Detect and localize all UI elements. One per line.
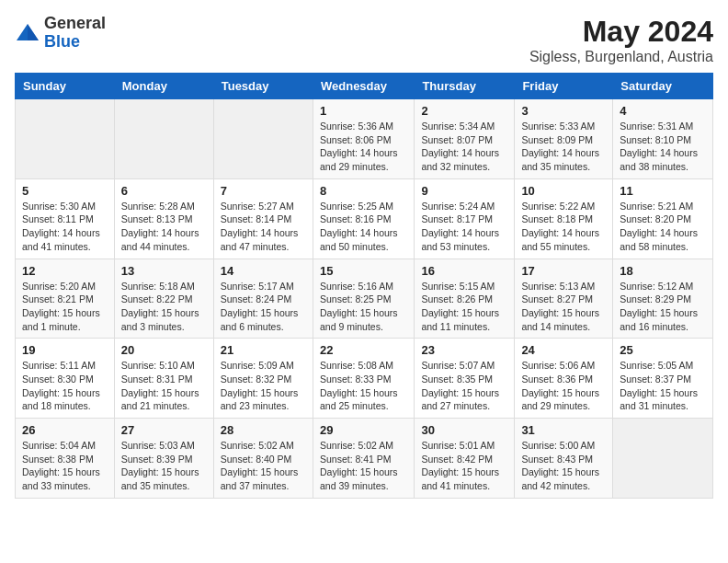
page-header: General Blue May 2024 Sigless, Burgenlan…: [15, 15, 713, 65]
day-cell: 12Sunrise: 5:20 AMSunset: 8:21 PMDayligh…: [16, 259, 115, 339]
day-detail: Sunrise: 5:13 AMSunset: 8:27 PMDaylight:…: [521, 280, 606, 334]
day-number: 30: [421, 423, 507, 437]
day-number: 6: [121, 184, 207, 198]
day-detail: Sunrise: 5:17 AMSunset: 8:24 PMDaylight:…: [221, 280, 306, 334]
day-cell: 14Sunrise: 5:17 AMSunset: 8:24 PMDayligh…: [213, 259, 313, 339]
day-detail: Sunrise: 5:02 AMSunset: 8:41 PMDaylight:…: [320, 439, 407, 493]
logo-general: General: [44, 14, 106, 32]
day-detail: Sunrise: 5:22 AMSunset: 8:18 PMDaylight:…: [521, 200, 606, 254]
day-cell: 16Sunrise: 5:15 AMSunset: 8:26 PMDayligh…: [415, 259, 515, 339]
day-number: 28: [221, 423, 306, 437]
day-cell: [213, 99, 313, 179]
day-cell: 5Sunrise: 5:30 AMSunset: 8:11 PMDaylight…: [16, 178, 115, 259]
day-number: 8: [320, 184, 407, 198]
day-number: 7: [221, 184, 306, 198]
week-row-1: 5Sunrise: 5:30 AMSunset: 8:11 PMDaylight…: [16, 178, 713, 259]
weekday-header-thursday: Thursday: [415, 74, 515, 99]
day-detail: Sunrise: 5:15 AMSunset: 8:26 PMDaylight:…: [421, 280, 507, 334]
day-cell: [114, 99, 213, 179]
day-cell: 4Sunrise: 5:31 AMSunset: 8:10 PMDaylight…: [613, 99, 713, 179]
day-detail: Sunrise: 5:31 AMSunset: 8:10 PMDaylight:…: [620, 120, 706, 174]
day-detail: Sunrise: 5:11 AMSunset: 8:30 PMDaylight:…: [22, 359, 108, 413]
day-detail: Sunrise: 5:01 AMSunset: 8:42 PMDaylight:…: [421, 439, 507, 493]
day-detail: Sunrise: 5:27 AMSunset: 8:14 PMDaylight:…: [221, 200, 306, 254]
day-cell: 3Sunrise: 5:33 AMSunset: 8:09 PMDaylight…: [515, 99, 613, 179]
day-number: 18: [620, 264, 706, 278]
day-number: 27: [121, 423, 207, 437]
day-number: 19: [22, 343, 108, 357]
day-cell: 10Sunrise: 5:22 AMSunset: 8:18 PMDayligh…: [515, 178, 613, 259]
day-cell: [16, 99, 115, 179]
week-row-3: 19Sunrise: 5:11 AMSunset: 8:30 PMDayligh…: [16, 339, 713, 419]
weekday-header-tuesday: Tuesday: [213, 74, 313, 99]
day-cell: 15Sunrise: 5:16 AMSunset: 8:25 PMDayligh…: [313, 259, 414, 339]
day-detail: Sunrise: 5:06 AMSunset: 8:36 PMDaylight:…: [521, 359, 606, 413]
day-detail: Sunrise: 5:05 AMSunset: 8:37 PMDaylight:…: [620, 359, 706, 413]
day-cell: 13Sunrise: 5:18 AMSunset: 8:22 PMDayligh…: [114, 259, 213, 339]
day-cell: [613, 419, 713, 499]
week-row-4: 26Sunrise: 5:04 AMSunset: 8:38 PMDayligh…: [16, 419, 713, 499]
day-detail: Sunrise: 5:00 AMSunset: 8:43 PMDaylight:…: [521, 439, 606, 493]
day-number: 31: [521, 423, 606, 437]
day-number: 17: [521, 264, 606, 278]
day-cell: 22Sunrise: 5:08 AMSunset: 8:33 PMDayligh…: [313, 339, 414, 419]
day-cell: 29Sunrise: 5:02 AMSunset: 8:41 PMDayligh…: [313, 419, 414, 499]
day-detail: Sunrise: 5:33 AMSunset: 8:09 PMDaylight:…: [521, 120, 606, 174]
day-number: 22: [320, 343, 407, 357]
day-detail: Sunrise: 5:30 AMSunset: 8:11 PMDaylight:…: [22, 200, 108, 254]
week-row-2: 12Sunrise: 5:20 AMSunset: 8:21 PMDayligh…: [16, 259, 713, 339]
day-number: 29: [320, 423, 407, 437]
day-detail: Sunrise: 5:16 AMSunset: 8:25 PMDaylight:…: [320, 280, 407, 334]
day-cell: 27Sunrise: 5:03 AMSunset: 8:39 PMDayligh…: [114, 419, 213, 499]
day-number: 23: [421, 343, 507, 357]
day-detail: Sunrise: 5:08 AMSunset: 8:33 PMDaylight:…: [320, 359, 407, 413]
weekday-header-wednesday: Wednesday: [313, 74, 414, 99]
weekday-header-friday: Friday: [515, 74, 613, 99]
day-number: 2: [421, 104, 507, 118]
day-cell: 7Sunrise: 5:27 AMSunset: 8:14 PMDaylight…: [213, 178, 313, 259]
weekday-header-saturday: Saturday: [613, 74, 713, 99]
day-cell: 18Sunrise: 5:12 AMSunset: 8:29 PMDayligh…: [613, 259, 713, 339]
day-cell: 26Sunrise: 5:04 AMSunset: 8:38 PMDayligh…: [16, 419, 115, 499]
svg-marker-1: [28, 24, 39, 40]
day-cell: 19Sunrise: 5:11 AMSunset: 8:30 PMDayligh…: [16, 339, 115, 419]
day-number: 13: [121, 264, 207, 278]
day-detail: Sunrise: 5:03 AMSunset: 8:39 PMDaylight:…: [121, 439, 207, 493]
day-detail: Sunrise: 5:28 AMSunset: 8:13 PMDaylight:…: [121, 200, 207, 254]
weekday-header-row: SundayMondayTuesdayWednesdayThursdayFrid…: [16, 74, 713, 99]
day-cell: 24Sunrise: 5:06 AMSunset: 8:36 PMDayligh…: [515, 339, 613, 419]
day-cell: 1Sunrise: 5:36 AMSunset: 8:06 PMDaylight…: [313, 99, 414, 179]
day-cell: 9Sunrise: 5:24 AMSunset: 8:17 PMDaylight…: [415, 178, 515, 259]
day-cell: 11Sunrise: 5:21 AMSunset: 8:20 PMDayligh…: [613, 178, 713, 259]
month-year: May 2024: [529, 15, 713, 49]
day-cell: 23Sunrise: 5:07 AMSunset: 8:35 PMDayligh…: [415, 339, 515, 419]
day-number: 15: [320, 264, 407, 278]
day-number: 4: [620, 104, 706, 118]
title-block: May 2024 Sigless, Burgenland, Austria: [529, 15, 713, 65]
day-number: 20: [121, 343, 207, 357]
day-number: 24: [521, 343, 606, 357]
day-cell: 31Sunrise: 5:00 AMSunset: 8:43 PMDayligh…: [515, 419, 613, 499]
day-cell: 17Sunrise: 5:13 AMSunset: 8:27 PMDayligh…: [515, 259, 613, 339]
day-cell: 25Sunrise: 5:05 AMSunset: 8:37 PMDayligh…: [613, 339, 713, 419]
logo: General Blue: [15, 15, 106, 52]
day-detail: Sunrise: 5:20 AMSunset: 8:21 PMDaylight:…: [22, 280, 108, 334]
location: Sigless, Burgenland, Austria: [529, 49, 713, 65]
day-detail: Sunrise: 5:12 AMSunset: 8:29 PMDaylight:…: [620, 280, 706, 334]
day-number: 14: [221, 264, 306, 278]
day-number: 25: [620, 343, 706, 357]
day-cell: 21Sunrise: 5:09 AMSunset: 8:32 PMDayligh…: [213, 339, 313, 419]
day-number: 21: [221, 343, 306, 357]
day-cell: 6Sunrise: 5:28 AMSunset: 8:13 PMDaylight…: [114, 178, 213, 259]
day-number: 26: [22, 423, 108, 437]
day-number: 1: [320, 104, 407, 118]
day-number: 9: [421, 184, 507, 198]
logo-icon: [15, 20, 40, 46]
day-detail: Sunrise: 5:24 AMSunset: 8:17 PMDaylight:…: [421, 200, 507, 254]
day-detail: Sunrise: 5:10 AMSunset: 8:31 PMDaylight:…: [121, 359, 207, 413]
day-detail: Sunrise: 5:02 AMSunset: 8:40 PMDaylight:…: [221, 439, 306, 493]
day-detail: Sunrise: 5:34 AMSunset: 8:07 PMDaylight:…: [421, 120, 507, 174]
week-row-0: 1Sunrise: 5:36 AMSunset: 8:06 PMDaylight…: [16, 99, 713, 179]
day-number: 11: [620, 184, 706, 198]
day-detail: Sunrise: 5:18 AMSunset: 8:22 PMDaylight:…: [121, 280, 207, 334]
